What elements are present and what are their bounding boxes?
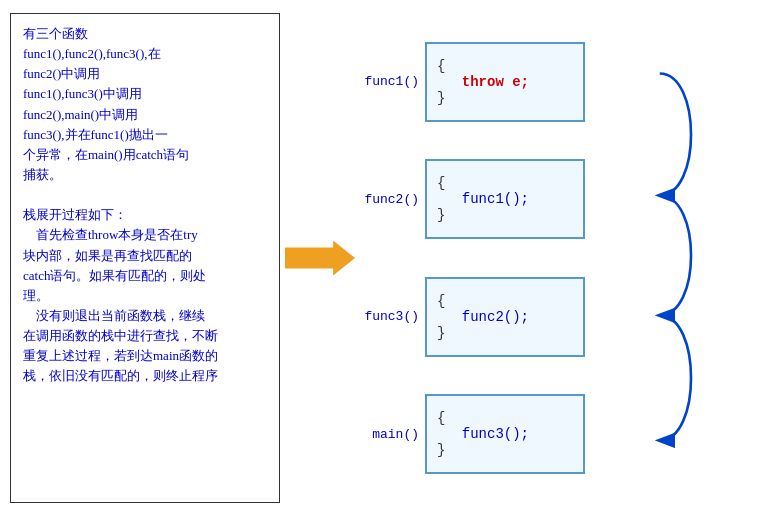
func3-row: func3() { func2(); }: [360, 277, 585, 357]
main-brace-top: {: [437, 410, 573, 426]
func1-brace-top: {: [437, 58, 573, 74]
func3-brace-bottom: }: [437, 325, 573, 341]
main-label: main(): [360, 427, 425, 442]
func2-row: func2() { func1(); }: [360, 159, 585, 239]
func3-code: func2();: [437, 309, 573, 325]
description-text: 有三个函数 func1(),func2(),func3(),在 func2()中…: [23, 24, 267, 387]
main-row: main() { func3(); }: [360, 394, 585, 474]
main-code: func3();: [437, 426, 573, 442]
main-box: { func3(); }: [425, 394, 585, 474]
func3-label: func3(): [360, 309, 425, 324]
left-panel: 有三个函数 func1(),func2(),func3(),在 func2()中…: [10, 13, 280, 503]
func2-brace-top: {: [437, 175, 573, 191]
main-brace-bottom: }: [437, 442, 573, 458]
func1-row: func1() { throw e; }: [360, 42, 585, 122]
func1-brace-bottom: }: [437, 90, 573, 106]
func1-code: throw e;: [437, 74, 573, 90]
func1-box: { throw e; }: [425, 42, 585, 122]
func2-code: func1();: [437, 191, 573, 207]
func1-label: func1(): [360, 74, 425, 89]
func2-box: { func1(); }: [425, 159, 585, 239]
main-container: 有三个函数 func1(),func2(),func3(),在 func2()中…: [0, 0, 761, 516]
func2-brace-bottom: }: [437, 207, 573, 223]
main-arrow-icon: [285, 238, 355, 278]
func2-label: func2(): [360, 192, 425, 207]
svg-marker-0: [285, 241, 355, 276]
right-panel: func1() { throw e; } func2() { func1(); …: [360, 13, 751, 503]
func3-box: { func2(); }: [425, 277, 585, 357]
main-arrow-container: [280, 238, 360, 278]
func3-brace-top: {: [437, 293, 573, 309]
